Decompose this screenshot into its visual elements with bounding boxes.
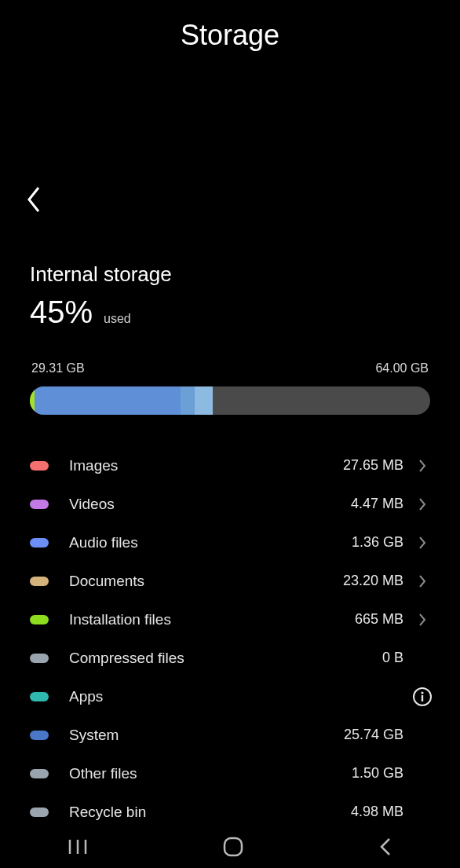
category-label: Recycle bin bbox=[69, 804, 351, 821]
chevron-right-icon bbox=[418, 613, 426, 627]
storage-bar-segment bbox=[195, 386, 213, 415]
category-row-audio-files[interactable]: Audio files1.36 GB bbox=[30, 523, 430, 562]
chevron-right-icon bbox=[418, 459, 426, 473]
used-size: 29.31 GB bbox=[31, 361, 85, 375]
category-row-documents[interactable]: Documents23.20 MB bbox=[30, 562, 430, 600]
storage-bar-segment bbox=[181, 386, 195, 415]
category-row-videos[interactable]: Videos4.47 MB bbox=[30, 485, 430, 523]
chevron-right-icon bbox=[418, 574, 426, 588]
category-value: 1.50 GB bbox=[352, 765, 403, 782]
back-icon[interactable] bbox=[25, 185, 460, 214]
storage-bar-segment bbox=[35, 386, 181, 415]
category-label: System bbox=[69, 727, 344, 744]
category-color-dot bbox=[30, 654, 49, 663]
category-color-dot bbox=[30, 692, 49, 701]
category-value: 0 B bbox=[382, 650, 403, 666]
category-color-dot bbox=[30, 500, 49, 509]
category-value: 4.47 MB bbox=[351, 496, 403, 512]
info-icon[interactable] bbox=[412, 687, 433, 707]
category-label: Installation files bbox=[69, 611, 355, 628]
category-value: 25.74 GB bbox=[344, 727, 403, 743]
svg-rect-2 bbox=[422, 695, 423, 701]
category-row-system: System25.74 GB bbox=[30, 716, 430, 754]
category-value: 4.98 MB bbox=[351, 804, 403, 820]
svg-point-1 bbox=[421, 691, 423, 694]
category-value: 1.36 GB bbox=[352, 534, 403, 551]
category-label: Other files bbox=[69, 765, 352, 782]
total-size: 64.00 GB bbox=[375, 361, 429, 375]
category-row-compressed-files: Compressed files0 B bbox=[30, 639, 430, 677]
chevron-right-icon bbox=[418, 536, 426, 550]
used-percent: 45% bbox=[30, 295, 93, 330]
category-color-dot bbox=[30, 731, 49, 740]
category-color-dot bbox=[30, 769, 49, 778]
category-color-dot bbox=[30, 538, 49, 548]
category-row-images[interactable]: Images27.65 MB bbox=[30, 446, 430, 485]
category-value: 27.65 MB bbox=[343, 457, 403, 474]
category-color-dot bbox=[30, 808, 49, 817]
category-row-other-files: Other files1.50 GB bbox=[30, 754, 430, 793]
category-color-dot bbox=[30, 577, 49, 586]
category-color-dot bbox=[30, 615, 49, 624]
category-row-apps[interactable]: Apps bbox=[30, 677, 430, 716]
category-value: 23.20 MB bbox=[343, 573, 403, 589]
svg-rect-6 bbox=[225, 838, 242, 855]
home-icon[interactable] bbox=[221, 835, 245, 859]
used-label: used bbox=[104, 312, 131, 326]
category-row-recycle-bin: Recycle bin4.98 MB bbox=[30, 793, 430, 831]
category-row-installation-files[interactable]: Installation files665 MB bbox=[30, 600, 430, 639]
storage-bar bbox=[30, 386, 430, 415]
category-label: Documents bbox=[69, 573, 343, 590]
category-label: Audio files bbox=[69, 534, 352, 551]
category-label: Images bbox=[69, 457, 343, 474]
storage-heading: Internal storage bbox=[30, 262, 430, 287]
chevron-right-icon bbox=[418, 497, 426, 511]
category-value: 665 MB bbox=[355, 611, 403, 628]
page-title: Storage bbox=[0, 19, 460, 52]
nav-back-icon[interactable] bbox=[377, 835, 394, 859]
category-color-dot bbox=[30, 461, 49, 471]
recents-icon[interactable] bbox=[66, 837, 89, 856]
category-label: Videos bbox=[69, 496, 351, 513]
category-label: Apps bbox=[69, 688, 403, 705]
category-label: Compressed files bbox=[69, 650, 382, 667]
